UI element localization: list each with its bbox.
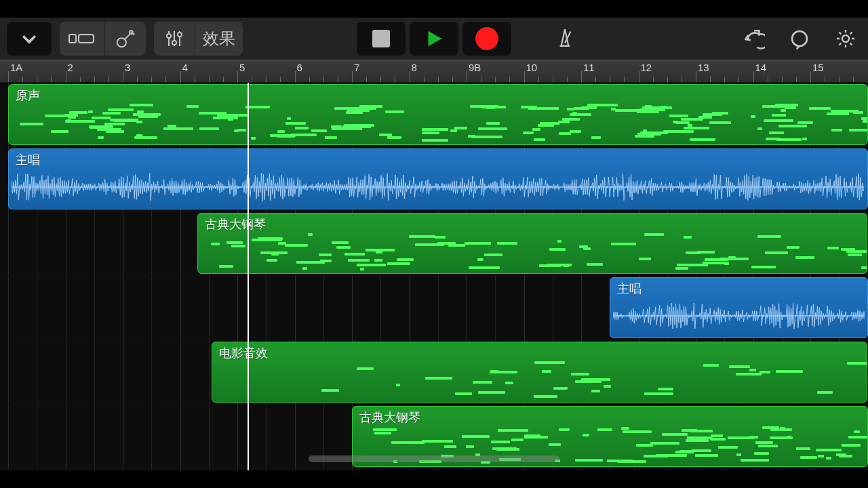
region-label: 主唱 <box>16 152 40 168</box>
svg-point-6 <box>172 41 176 45</box>
region-label: 电影音效 <box>219 345 268 361</box>
play-button[interactable] <box>410 22 458 56</box>
region[interactable]: 电影音效 <box>212 342 868 403</box>
record-icon <box>475 27 498 50</box>
svg-point-4 <box>133 33 135 35</box>
region-label: 原声 <box>16 87 40 104</box>
chevron-down-icon <box>19 28 39 49</box>
timeline-ruler[interactable]: 1A23456789B101112131415 <box>0 60 868 83</box>
svg-rect-0 <box>69 35 76 43</box>
toolbar: 效果 <box>0 18 868 60</box>
fx-label: 效果 <box>196 28 242 49</box>
undo-icon <box>742 27 765 50</box>
transport-controls <box>357 22 511 56</box>
settings-button[interactable] <box>830 23 861 54</box>
play-icon <box>422 27 446 50</box>
record-button[interactable] <box>462 22 511 56</box>
loop-icon <box>789 28 810 49</box>
undo-button[interactable] <box>738 23 769 54</box>
svg-point-9 <box>842 35 849 42</box>
mixer-button[interactable] <box>154 22 195 56</box>
svg-point-8 <box>792 31 807 46</box>
track-row[interactable]: 主唱 <box>0 276 868 340</box>
track-row[interactable]: 古典大钢琴 <box>0 211 868 276</box>
region-label: 古典大钢琴 <box>359 409 420 426</box>
metronome-button[interactable] <box>553 26 576 52</box>
loop-button[interactable] <box>784 23 815 54</box>
guitar-icon <box>115 28 136 49</box>
metronome-icon <box>553 26 576 49</box>
fx-button[interactable]: 效果 <box>195 22 243 56</box>
horizontal-scrollbar[interactable] <box>309 455 559 462</box>
svg-point-7 <box>178 33 182 37</box>
tracks-area[interactable]: 原声主唱古典大钢琴主唱电影音效古典大钢琴 <box>0 83 868 470</box>
playhead[interactable] <box>248 83 249 470</box>
sliders-icon <box>165 29 184 48</box>
svg-rect-1 <box>79 35 94 43</box>
region-label: 古典大钢琴 <box>205 216 266 232</box>
track-segments-icon <box>68 30 96 47</box>
stop-icon <box>372 30 390 47</box>
view-dropdown-button[interactable] <box>7 22 52 56</box>
track-view-button[interactable] <box>60 22 104 56</box>
track-row[interactable]: 主唱 <box>0 147 868 211</box>
track-row[interactable]: 电影音效 <box>0 340 868 405</box>
region[interactable]: 原声 <box>8 84 868 145</box>
instrument-view-button[interactable] <box>105 22 146 56</box>
svg-point-5 <box>167 34 171 38</box>
region[interactable]: 主唱 <box>610 277 867 338</box>
track-row[interactable]: 原声 <box>0 83 868 147</box>
region[interactable]: 古典大钢琴 <box>197 213 868 274</box>
region[interactable]: 主唱 <box>8 148 868 209</box>
gear-icon <box>835 28 856 49</box>
region-label: 主唱 <box>617 281 642 297</box>
stop-button[interactable] <box>357 22 406 56</box>
